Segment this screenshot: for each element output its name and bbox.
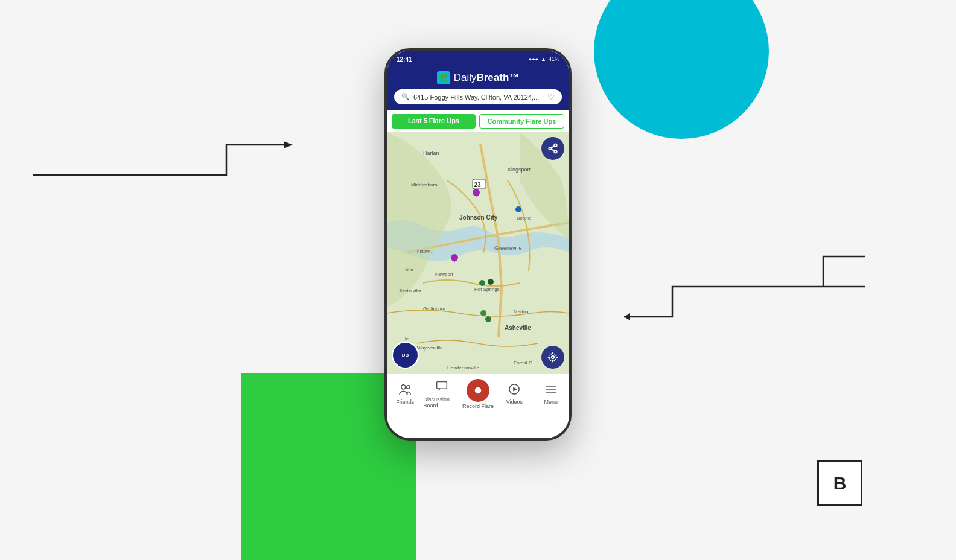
svg-text:Johnson City: Johnson City: [459, 214, 498, 221]
nav-item-menu[interactable]: Menu: [533, 384, 569, 405]
search-icon: 🔍: [401, 93, 410, 101]
status-bar: 12:41 ●●● ▲ 41%: [387, 51, 569, 68]
svg-text:le: le: [405, 336, 409, 342]
map-avatar[interactable]: DB: [392, 342, 419, 369]
svg-text:Hot Springs: Hot Springs: [474, 287, 500, 292]
videos-label: Videos: [506, 399, 523, 405]
map-location-button[interactable]: [541, 346, 564, 369]
svg-point-28: [479, 280, 485, 286]
svg-text:Hendersonville: Hendersonville: [447, 365, 479, 371]
svg-point-37: [552, 356, 555, 359]
app-header: 🌿 DailyBreath™ 🔍 6415 Foggy Hills Way, C…: [387, 68, 569, 110]
status-signal: ●●●: [529, 56, 538, 62]
search-text: 6415 Foggy Hills Way, Clifton, VA 20124,…: [413, 94, 544, 101]
svg-point-38: [549, 354, 556, 361]
phone: 12:41 ●●● ▲ 41% 🌿 DailyBreath™ 🔍 6415 Fo…: [384, 48, 572, 441]
svg-text:Middlesboro: Middlesboro: [411, 182, 438, 188]
svg-text:Waynesville: Waynesville: [417, 345, 443, 351]
svg-line-35: [551, 149, 554, 151]
nav-item-videos[interactable]: Videos: [496, 384, 532, 405]
svg-point-34: [554, 150, 557, 153]
search-bar[interactable]: 🔍 6415 Foggy Hills Way, Clifton, VA 2012…: [394, 89, 562, 104]
svg-rect-41: [436, 381, 447, 389]
svg-line-36: [551, 146, 554, 148]
svg-text:Boone: Boone: [517, 215, 531, 221]
tabs-row: Last 5 Flare Ups Community Flare Ups: [387, 110, 569, 132]
menu-label: Menu: [544, 399, 558, 405]
svg-marker-0: [284, 141, 293, 148]
svg-point-29: [488, 279, 494, 285]
left-arrow: [33, 139, 293, 211]
svg-point-39: [401, 384, 406, 389]
status-wifi: ▲: [541, 56, 546, 62]
heart-icon: ♡: [547, 92, 555, 101]
tab-last-flare-ups[interactable]: Last 5 Flare Ups: [392, 114, 476, 129]
phone-wrapper: 12:41 ●●● ▲ 41% 🌿 DailyBreath™ 🔍 6415 Fo…: [384, 48, 572, 441]
status-time: 12:41: [397, 56, 412, 63]
svg-text:Asheville: Asheville: [505, 325, 531, 331]
bg-circle-cyan: [594, 0, 769, 139]
svg-text:Marion: Marion: [514, 309, 528, 314]
record-label: Record Flare: [462, 403, 494, 409]
svg-text:Harlan: Harlan: [423, 150, 439, 156]
right-arrow: [624, 250, 865, 323]
app-logo-icon: 🌿: [437, 71, 450, 84]
svg-point-30: [480, 310, 486, 316]
status-battery: 41%: [549, 56, 559, 62]
discussion-label: Discussion Board: [423, 396, 459, 409]
nav-item-record[interactable]: Record Flare: [460, 379, 496, 409]
friends-label: Friends: [396, 399, 414, 405]
svg-text:23: 23: [474, 182, 481, 188]
svg-point-42: [475, 387, 482, 394]
svg-text:Sevierville: Sevierville: [399, 288, 421, 293]
videos-icon: [508, 384, 521, 398]
bg-box-letter: B: [833, 473, 847, 494]
svg-text:Kingsport: Kingsport: [508, 167, 531, 173]
svg-point-31: [485, 316, 491, 322]
tab-community-flare-ups[interactable]: Community Flare Ups: [479, 114, 564, 129]
svg-point-25: [515, 206, 521, 212]
svg-point-40: [407, 385, 410, 388]
map-area: Harlan Middlesboro Kingsport Johnson Cit…: [387, 132, 569, 374]
friends-icon: [398, 384, 412, 398]
bottom-nav: Friends Discussion Board Record Fla: [387, 374, 569, 415]
svg-point-32: [554, 144, 557, 147]
svg-text:Greeneville: Greeneville: [494, 245, 522, 251]
record-icon: [467, 379, 489, 402]
svg-point-33: [549, 147, 552, 150]
svg-text:ristow...: ristow...: [417, 249, 433, 254]
discussion-icon: [436, 380, 448, 395]
menu-icon: [545, 384, 557, 398]
svg-text:Newport: Newport: [435, 272, 454, 277]
nav-item-discussion[interactable]: Discussion Board: [423, 380, 459, 409]
svg-marker-1: [624, 313, 630, 320]
status-icons: ●●● ▲ 41%: [529, 56, 559, 62]
svg-text:Gatlinburg: Gatlinburg: [423, 306, 445, 311]
nav-item-friends[interactable]: Friends: [387, 384, 423, 405]
app-title-text: DailyBreath™: [454, 72, 520, 84]
svg-text:Forest C...: Forest C...: [514, 360, 536, 366]
bg-box-black: B: [817, 460, 862, 506]
map-share-button[interactable]: [541, 137, 564, 160]
svg-text:ville: ville: [405, 267, 413, 272]
map-avatar-text: DB: [402, 352, 409, 358]
map-svg: Harlan Middlesboro Kingsport Johnson Cit…: [387, 132, 569, 374]
svg-marker-44: [514, 387, 518, 391]
app-title: 🌿 DailyBreath™: [437, 71, 520, 84]
